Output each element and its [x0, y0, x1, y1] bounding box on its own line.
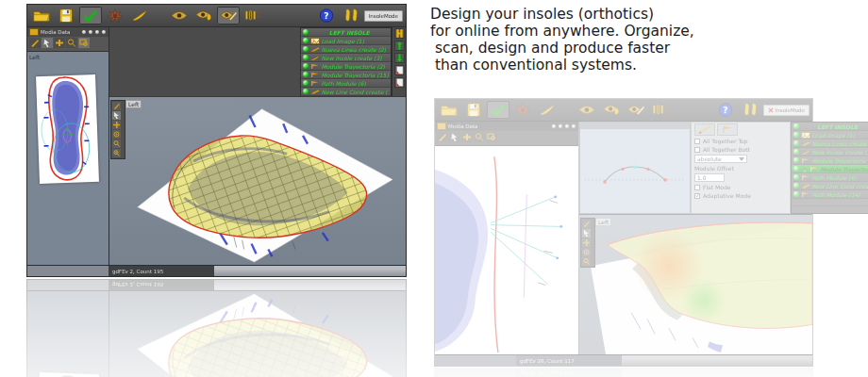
all-together-top-checkbox[interactable]: All Together Top	[694, 138, 787, 144]
adaptative-mode-checkbox[interactable]: Adaptative Mode	[694, 192, 787, 199]
add-point-icon[interactable]	[582, 238, 591, 247]
tree-item[interactable]: Nueva Linea create (2)	[301, 45, 391, 54]
eye-insole-view-icon[interactable]	[192, 7, 215, 25]
blade-tool-icon[interactable]	[128, 7, 151, 25]
check-sphere-icon[interactable]	[303, 63, 309, 69]
confirm-check-icon[interactable]	[79, 7, 102, 25]
zoom-tool-icon[interactable]	[66, 38, 77, 48]
eye-view-icon[interactable]	[576, 101, 598, 119]
pen-tool-icon[interactable]	[112, 102, 121, 110]
media-canvas[interactable]: Left	[27, 52, 108, 265]
select-arrow-icon[interactable]	[582, 229, 591, 238]
tree-item[interactable]: New Line Cond create (13)	[301, 88, 391, 96]
page-flag-button[interactable]	[394, 65, 405, 75]
status-scrollbar[interactable]	[214, 266, 406, 276]
tree-item[interactable]: Module Trayectoria (2)	[301, 62, 391, 71]
eye-brush-view-icon[interactable]	[217, 7, 240, 25]
tree-item[interactable]: New Line Cond create (13)	[792, 182, 868, 190]
add-point-icon[interactable]	[54, 38, 65, 48]
panel-button[interactable]	[94, 29, 100, 35]
check-sphere-icon[interactable]	[793, 140, 799, 146]
arch-profile-canvas[interactable]	[580, 129, 690, 213]
panel-button[interactable]	[88, 29, 93, 35]
checkbox-icon[interactable]	[694, 185, 700, 190]
zoom-out-icon[interactable]	[112, 149, 121, 157]
tree-item[interactable]: Load Image (1)	[301, 37, 391, 45]
pen-tool-icon[interactable]	[29, 38, 41, 48]
insole-pair-icon[interactable]	[340, 7, 362, 25]
eye-brush-view-icon[interactable]	[625, 101, 647, 119]
check-sphere-icon[interactable]	[303, 80, 309, 86]
pen-tool-icon[interactable]	[437, 132, 448, 142]
offset-mode-select[interactable]: absolute	[694, 155, 747, 163]
move-up-button[interactable]	[394, 41, 405, 51]
panel-button[interactable]	[101, 29, 107, 35]
check-sphere-icon[interactable]	[793, 174, 799, 180]
flat-mode-checkbox[interactable]: Flat Mode	[694, 184, 787, 190]
status-scrollbar[interactable]	[622, 355, 812, 366]
check-sphere-icon[interactable]	[303, 29, 309, 35]
checkbox-checked-icon[interactable]	[694, 193, 700, 199]
blade-tool-icon[interactable]	[536, 101, 559, 119]
check-sphere-icon[interactable]	[793, 183, 799, 188]
checkbox-icon[interactable]	[694, 147, 700, 153]
check-sphere-icon[interactable]	[303, 46, 309, 52]
tree-item[interactable]: Module Trayectoria (2)	[792, 156, 868, 165]
tab-trajectory-icon[interactable]	[694, 123, 715, 136]
add-point-icon[interactable]	[461, 132, 473, 142]
check-sphere-icon[interactable]	[303, 89, 309, 94]
check-sphere-icon[interactable]	[303, 72, 309, 77]
check-sphere-icon[interactable]	[793, 166, 799, 172]
tree-item[interactable]: Load Image (1)	[792, 131, 868, 139]
panel-button[interactable]	[558, 123, 563, 129]
viewport-3d[interactable]: Left	[109, 96, 406, 265]
zoom-tool-icon[interactable]	[474, 132, 485, 142]
insole-set-icon[interactable]	[242, 7, 264, 25]
tree-item-selected[interactable]: Module Trayectoria (15)	[792, 165, 868, 173]
tree-item[interactable]: Path Module (6)	[792, 173, 868, 182]
help-icon[interactable]: ?	[315, 7, 338, 25]
tree-item[interactable]: Path Module (14)	[792, 190, 868, 199]
zoom-region-icon[interactable]	[486, 132, 497, 142]
zoom-in-icon[interactable]	[582, 257, 591, 266]
insole-set-icon[interactable]	[649, 101, 672, 119]
orbit-tool-icon[interactable]	[112, 130, 121, 139]
open-folder-icon[interactable]	[438, 101, 460, 119]
tab-flag-icon[interactable]	[717, 123, 738, 136]
page-flag-button[interactable]	[394, 77, 405, 88]
module-offset-input[interactable]	[694, 173, 725, 182]
foot-scan-image[interactable]	[36, 74, 99, 184]
zoom-in-icon[interactable]	[112, 139, 121, 148]
panel-button[interactable]	[551, 123, 557, 129]
select-arrow-icon[interactable]	[449, 132, 460, 142]
tree-item[interactable]: Nueva Linea create (2)	[792, 139, 868, 148]
select-arrow-icon[interactable]	[42, 38, 53, 48]
open-folder-icon[interactable]	[30, 7, 53, 25]
insole-mode-button[interactable]: InsoleMode	[364, 10, 403, 22]
tree-item[interactable]: Module Trayectoria (15)	[301, 71, 391, 79]
check-sphere-icon[interactable]	[793, 132, 799, 138]
insole-pair-icon[interactable]	[739, 101, 761, 119]
eye-view-icon[interactable]	[168, 7, 191, 25]
tree-header-row[interactable]: LEFT INSOLE	[792, 123, 868, 131]
check-sphere-icon[interactable]	[303, 38, 309, 43]
move-down-button[interactable]	[394, 53, 405, 63]
save-icon[interactable]	[462, 101, 485, 119]
insole-mode-button[interactable]: InsoleMode	[763, 105, 810, 116]
tree-item[interactable]: New Insole create (3)	[301, 54, 391, 62]
save-icon[interactable]	[55, 7, 77, 25]
insole-pair-small-icon[interactable]	[394, 28, 405, 39]
tree-item[interactable]: New Insole create (3)	[792, 148, 868, 156]
tree-item[interactable]: Path Module (6)	[301, 79, 391, 88]
panel-button[interactable]	[564, 123, 570, 129]
confirm-check-icon[interactable]	[487, 101, 509, 119]
foot-scan-zoomed[interactable]	[435, 146, 578, 354]
check-sphere-icon[interactable]	[303, 55, 309, 60]
panel-button[interactable]	[81, 29, 87, 35]
splat-tool-icon[interactable]	[104, 7, 126, 25]
pen-tool-icon[interactable]	[582, 220, 591, 228]
check-sphere-icon[interactable]	[793, 191, 799, 197]
splat-tool-icon[interactable]	[511, 101, 534, 119]
help-icon[interactable]: ?	[714, 101, 737, 119]
zoom-region-icon[interactable]	[78, 38, 90, 48]
